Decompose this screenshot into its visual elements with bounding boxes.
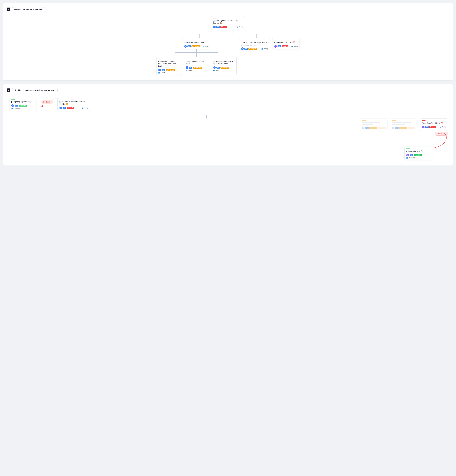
avatar: A [213,26,216,28]
card-footer: A P0 In Progress 👥 Baking [184,45,209,48]
card-title: [Task] Scoop cookie dough evenly onto a … [241,41,268,46]
avatar: B [406,154,409,156]
l2-card-1[interactable]: [Task] Make cookie dough A P0 In Progres… [182,38,211,49]
section-2: 2 Blocking - Escalate stopped/not starte… [3,84,453,166]
team-name: Baking [442,126,446,128]
team-badge: 👥 Baking [186,69,192,71]
card-footer: A P1 In Progress 👥 Baking [158,69,180,74]
card-footer: A P0 Blocked 👥 Baking [213,26,243,28]
card-title: [Task] Mix flour, baking soda, and salt … [158,60,180,68]
team-badge: 👥 Baking [203,45,209,47]
card-title: [📄 Project] Make Chocolate Chip Cookies … [213,19,243,25]
team-badge: 👥 Baking [291,45,298,47]
card-title: [Task] Repair oven 🔧 [406,150,430,153]
section-1: 1 Parent Child - Work Breakdown [📄 Proje… [3,3,453,80]
status-badge: Blocked [67,107,74,109]
card-footer: A P1 In Progress 👥 Baking [186,66,207,71]
blocked-by-arrow-1: Blocked by [37,100,57,108]
card-title: [Task] Cream butter and sugar [186,60,207,65]
avatar: A [213,66,216,69]
card-accent [184,40,188,40]
card-footer: B P2 Completed 👥 Maintenance [406,154,430,159]
status-badge: In Progress [193,67,202,68]
status-badge: Completed [19,105,27,107]
blocker-card[interactable]: [Task] Shop ingredients 🛒 A P1 Completed… [9,97,37,111]
status-badge: Completed [414,154,422,156]
card-accent [274,40,278,40]
status-badge: In Progress [166,69,175,71]
arrow-svg-1 [39,105,55,108]
blurred-card-2 [390,119,417,131]
team-name: Baking [215,69,220,71]
status-badge: In Progress [220,67,229,68]
root-card-wrapper: [📄 Project] Make Chocolate Chip Cookies … [211,16,245,30]
card-footer: A P0 Blocked 👥 Baking [60,107,88,109]
connector-s2-root-l2 [206,112,298,119]
blocker-row: [Task] Shop ingredients 🛒 A P1 Completed… [9,97,90,111]
priority-badge: P0 [277,45,281,47]
card-footer: A P1 In Progress 👥 Baking [241,47,268,50]
blocked-by-label-2: Blocked by [435,132,448,136]
card-accent [158,59,162,59]
team-badge: 👥 Baking [213,69,220,71]
card-footer-left: B P0 Blocked [274,45,288,48]
avatar: B [274,45,277,48]
team-badge: 👥 Baking [158,72,165,74]
status-badge: Blocked [220,26,227,28]
l3-card-1[interactable]: [Task] Mix flour, baking soda, and salt … [156,57,182,75]
card-footer-left: B P0 Blocked [422,126,436,128]
level2-row: [Task] Make cookie dough A P0 In Progres… [156,38,300,75]
team-badge: 👥 Baking [261,48,268,50]
card-footer-left: A P1 In Progress [241,47,257,50]
card-footer-left: A P0 In Progress [184,45,200,48]
card-footer: A P1 In Progress 👥 Baking [213,66,235,71]
team-name: Maintenance [409,157,416,159]
avatar: A [60,107,62,109]
card-footer-left: B P2 Completed [406,154,422,156]
blocked-by-label-2-wrapper: Blocked by [435,132,448,136]
repair-card[interactable]: [Task] Repair oven 🔧 B P2 Completed 👥 Ma… [404,146,432,160]
blurred-content [362,122,386,125]
priority-badge: P0 [188,45,191,47]
l3-card-2[interactable]: [Task] Cream butter and sugar A P1 In Pr… [184,57,209,75]
avatar: A [184,45,187,48]
s2-root-card[interactable]: [📄 Project] Make Chocolate Chip Cookies … [57,97,90,111]
priority-badge: P0 [63,107,66,109]
section-1-title: Parent Child - Work Breakdown [12,7,45,11]
avatar: A [241,47,244,50]
priority-badge: P1 [189,67,192,68]
avatar: A [186,66,188,69]
card-footer-left: A P1 In Progress [158,69,175,71]
blurred-footer [362,127,386,129]
repair-card-wrapper: [Task] Repair oven 🔧 B P2 Completed 👥 Ma… [404,146,432,160]
l3-card-3[interactable]: [Task] Mix in 2 eggs and a tsp of vanill… [211,57,237,75]
card-footer: B P0 Blocked 👥 Baking [274,45,298,48]
priority-badge: P0 [425,126,429,128]
blurred-footer [392,127,415,129]
card-accent [213,18,217,18]
team-name: Baking [239,26,243,28]
team-badge: 👥 Baking [237,26,243,28]
priority-badge: P1 [244,48,248,50]
card-footer-left: A P1 Completed [11,104,27,107]
status-badge: Blocked [282,45,288,47]
card-footer-left: A P0 Blocked [60,107,74,109]
card-accent [422,120,426,121]
root-card[interactable]: [📄 Project] Make Chocolate Chip Cookies … [211,16,245,30]
team-name: Baking [294,46,298,47]
team-name: Purchasing [14,108,20,109]
connector-root-l2 [182,30,274,38]
priority-badge: P1 [15,105,18,107]
priority-badge: P1 [216,67,220,68]
status-badge: Blocked [429,126,436,128]
card-accent [11,99,15,100]
bake-card[interactable]: [Task] Bake for 9-11 min ⏰ B P0 Blocked … [420,119,448,131]
l2-node-2-wrapper: [Task] Scoop cookie dough evenly onto a … [239,38,270,52]
team-badge: 👥 Baking [440,126,446,128]
connector-l2-l3 [167,49,226,57]
card-accent [362,120,366,121]
level3-row: [Task] Mix flour, baking soda, and salt … [156,57,237,75]
l2-card-3[interactable]: [Task] Bake for 9-11 min ⏰ B P0 Blocked … [272,38,300,49]
section-1-number: 1 [7,8,10,11]
l2-card-2[interactable]: [Task] Scoop cookie dough evenly onto a … [239,38,270,52]
